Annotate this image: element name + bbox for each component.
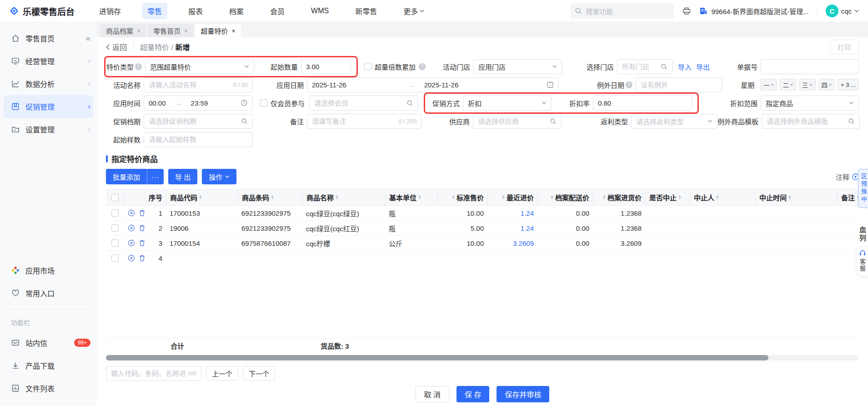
- org-switcher[interactable]: 99664-新界面商超版测试-管理...: [699, 6, 808, 16]
- sidebar-item-retail-home[interactable]: 零售首页 «: [0, 27, 97, 50]
- checkbox-icon[interactable]: [364, 63, 371, 70]
- next-button[interactable]: 下一个: [243, 366, 275, 381]
- weekday-tag-wed[interactable]: 三×: [799, 79, 815, 91]
- menu-item-new-retail[interactable]: 新零售: [350, 3, 382, 19]
- close-icon[interactable]: ×: [771, 82, 773, 87]
- row-checkbox[interactable]: [111, 254, 119, 262]
- header-name[interactable]: 商品名称▲▼: [302, 189, 385, 205]
- header-dist-price[interactable]: ▲▼档案配送价: [537, 189, 593, 205]
- promo-schedule-input[interactable]: [144, 114, 253, 129]
- menu-item-report[interactable]: 报表: [183, 3, 208, 19]
- batch-add-more-button[interactable]: ···: [147, 169, 164, 184]
- delete-row-icon[interactable]: [139, 254, 146, 262]
- weekday-more-tag[interactable]: + 3 ...: [838, 79, 859, 91]
- export-button[interactable]: 导 出: [168, 169, 197, 184]
- except-template-input[interactable]: [762, 114, 860, 129]
- header-is-stopped[interactable]: 是否中止▲▼: [645, 189, 690, 205]
- tab-product-archive[interactable]: 商品档案×: [100, 24, 146, 37]
- weekday-tag-mon[interactable]: 一×: [760, 79, 777, 91]
- save-and-audit-button[interactable]: 保存并审核: [497, 386, 549, 402]
- row-checkbox[interactable]: [111, 239, 119, 247]
- menu-item-inventory[interactable]: 进销存: [94, 3, 126, 19]
- help-icon[interactable]: ?: [419, 63, 426, 70]
- checkbox-icon[interactable]: [111, 194, 119, 201]
- sidebar-item-business-mgmt[interactable]: 经营管理 ›: [0, 50, 97, 72]
- weekday-tag-tue[interactable]: 二×: [780, 79, 796, 91]
- discount-scope-select[interactable]: 指定商品: [761, 96, 859, 111]
- sidebar-item-app-market[interactable]: 应用市场: [0, 259, 97, 282]
- add-row-icon[interactable]: [128, 224, 135, 232]
- delete-row-icon[interactable]: [139, 239, 146, 247]
- sidebar-item-data-analysis[interactable]: 数据分析 ›: [0, 72, 97, 95]
- rebate-type-select[interactable]: 请选择返利类型: [631, 114, 717, 129]
- close-icon[interactable]: ×: [184, 27, 188, 35]
- sidebar-item-product-download[interactable]: 产品下载: [0, 354, 97, 377]
- close-icon[interactable]: ×: [231, 27, 235, 35]
- close-icon[interactable]: ×: [790, 82, 793, 87]
- doc-no-input[interactable]: [761, 59, 859, 74]
- start-qty-input[interactable]: [301, 59, 351, 74]
- print-button[interactable]: 打印: [830, 40, 859, 54]
- start-sample-input[interactable]: [144, 132, 253, 147]
- remark-input[interactable]: 0 / 250: [307, 114, 421, 129]
- menu-item-more[interactable]: 更多: [398, 3, 430, 19]
- member-select-input[interactable]: [309, 96, 418, 111]
- help-icon[interactable]: ?: [626, 81, 632, 88]
- horizontal-scrollbar[interactable]: [106, 355, 859, 360]
- header-unit[interactable]: 基本单位▲▼: [385, 189, 437, 205]
- special-type-select[interactable]: 范围超量特价: [145, 59, 254, 74]
- header-barcode[interactable]: 商品条码▲▼: [238, 189, 302, 205]
- sidebar-item-inbox[interactable]: 站内信 99+: [0, 331, 97, 354]
- activity-store-select[interactable]: 应用门店: [473, 59, 562, 74]
- promo-method-select[interactable]: 折扣: [463, 96, 552, 111]
- sidebar-item-promotion-mgmt[interactable]: 促销管理 ›: [4, 95, 93, 118]
- sidebar-item-file-list[interactable]: 文件列表: [0, 377, 97, 400]
- checkbox-icon[interactable]: [260, 99, 267, 107]
- customer-service-button[interactable]: 客服: [856, 246, 868, 276]
- delete-row-icon[interactable]: [139, 224, 146, 232]
- header-code[interactable]: 商品代码▲▼: [166, 189, 238, 205]
- row-checkbox[interactable]: [111, 209, 119, 217]
- activity-name-input[interactable]: 0 / 50: [144, 77, 253, 92]
- scrollbar-thumb[interactable]: [106, 355, 768, 360]
- weekday-tag-thu[interactable]: 四×: [818, 79, 835, 91]
- import-link[interactable]: 导入: [678, 62, 692, 71]
- header-stopped-by[interactable]: 中止人▲▼: [690, 189, 755, 205]
- menu-item-wms[interactable]: WMS: [306, 4, 334, 18]
- last-in-price-link[interactable]: 1.24: [487, 206, 537, 220]
- apply-date-range[interactable]: 2025-11-26 → 2025-11-26: [307, 77, 559, 92]
- goods-search-input[interactable]: 0/0: [106, 366, 201, 381]
- apply-time-range[interactable]: 00:00 → 23:59: [144, 96, 253, 111]
- add-row-icon[interactable]: [128, 209, 135, 217]
- sidebar-item-settings-mgmt[interactable]: 设置管理 ›: [0, 118, 97, 141]
- printer-icon[interactable]: [682, 6, 691, 15]
- member-only-checkbox[interactable]: 仅会员参与: [260, 98, 305, 108]
- close-icon[interactable]: ×: [809, 82, 812, 87]
- close-icon[interactable]: ×: [137, 27, 140, 35]
- row-checkbox[interactable]: [111, 224, 119, 232]
- tab-over-quantity-special[interactable]: 超量特价×: [195, 24, 241, 37]
- add-row-icon[interactable]: [128, 239, 135, 247]
- last-in-price-link[interactable]: 3.2609: [487, 236, 537, 250]
- right-float-panel[interactable]: 区预殊中: [858, 169, 868, 208]
- export-link[interactable]: 导出: [696, 62, 710, 71]
- sidebar-item-favorites[interactable]: 常用入口: [0, 282, 97, 304]
- prev-button[interactable]: 上一个: [206, 366, 238, 381]
- menu-item-archive[interactable]: 档案: [224, 3, 249, 19]
- multiple-accum-checkbox[interactable]: 超量倍数累加 ?: [364, 62, 426, 71]
- header-price[interactable]: ▲▼标准售价: [437, 189, 487, 205]
- add-row-icon[interactable]: [128, 254, 135, 262]
- header-file-in-price[interactable]: ▲▼档案进货价: [593, 189, 645, 205]
- header-seq[interactable]: 序号: [124, 189, 166, 205]
- save-button[interactable]: 保 存: [457, 386, 489, 402]
- user-menu[interactable]: C cqc: [826, 5, 859, 17]
- back-button[interactable]: 返回: [106, 41, 127, 52]
- discount-rate-input[interactable]: [593, 96, 692, 111]
- close-icon[interactable]: ×: [829, 82, 832, 87]
- collapse-sidebar-icon[interactable]: «: [86, 34, 90, 43]
- help-icon[interactable]: ?: [135, 63, 142, 70]
- header-stop-time[interactable]: 中止时间▲▼: [755, 189, 837, 205]
- menu-item-member[interactable]: 会员: [265, 3, 290, 19]
- function-search-input[interactable]: 搜索功能: [570, 3, 674, 19]
- select-all-checkbox[interactable]: [106, 189, 124, 205]
